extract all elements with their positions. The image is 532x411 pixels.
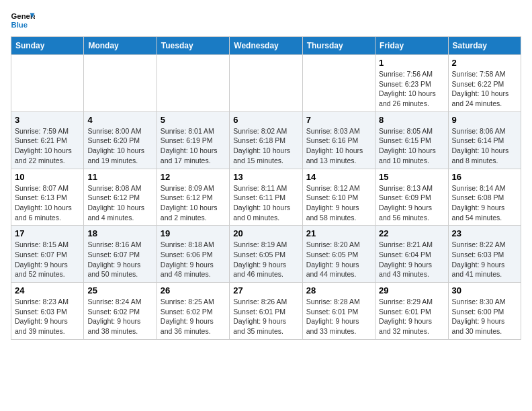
day-number: 15: [379, 172, 444, 182]
weekday-header-row: SundayMondayTuesdayWednesdayThursdayFrid…: [11, 37, 521, 55]
logo: General Blue: [11, 11, 35, 30]
calendar-day-cell: 26Sunrise: 8:25 AM Sunset: 6:02 PM Dayli…: [157, 283, 229, 340]
day-number: 12: [161, 172, 226, 182]
day-number: 28: [306, 285, 371, 295]
calendar-day-cell: 16Sunrise: 8:14 AM Sunset: 6:08 PM Dayli…: [448, 169, 521, 226]
day-info: Sunrise: 8:11 AM Sunset: 6:11 PM Dayligh…: [233, 183, 298, 223]
weekday-header-thursday: Thursday: [302, 37, 375, 55]
day-number: 11: [87, 172, 152, 182]
calendar-day-cell: 15Sunrise: 8:13 AM Sunset: 6:09 PM Dayli…: [375, 169, 448, 226]
calendar-day-cell: 1Sunrise: 7:56 AM Sunset: 6:23 PM Daylig…: [375, 55, 448, 112]
day-info: Sunrise: 7:56 AM Sunset: 6:23 PM Dayligh…: [379, 69, 444, 109]
day-info: Sunrise: 8:01 AM Sunset: 6:19 PM Dayligh…: [161, 126, 226, 166]
calendar-day-cell: 27Sunrise: 8:26 AM Sunset: 6:01 PM Dayli…: [230, 283, 302, 340]
day-number: 3: [15, 115, 80, 125]
calendar-day-cell: 13Sunrise: 8:11 AM Sunset: 6:11 PM Dayli…: [230, 169, 302, 226]
day-info: Sunrise: 8:08 AM Sunset: 6:12 PM Dayligh…: [87, 183, 152, 223]
day-info: Sunrise: 8:24 AM Sunset: 6:02 PM Dayligh…: [87, 297, 152, 336]
calendar-day-cell: 14Sunrise: 8:12 AM Sunset: 6:10 PM Dayli…: [302, 169, 375, 226]
day-info: Sunrise: 8:00 AM Sunset: 6:20 PM Dayligh…: [87, 126, 152, 166]
day-number: 25: [87, 285, 152, 295]
calendar-day-cell: 21Sunrise: 8:20 AM Sunset: 6:05 PM Dayli…: [302, 226, 375, 283]
day-info: Sunrise: 8:15 AM Sunset: 6:07 PM Dayligh…: [15, 240, 80, 279]
weekday-header-wednesday: Wednesday: [230, 37, 302, 55]
day-info: Sunrise: 8:25 AM Sunset: 6:02 PM Dayligh…: [161, 297, 226, 336]
weekday-header-monday: Monday: [84, 37, 157, 55]
day-number: 7: [306, 115, 371, 125]
calendar-day-cell: 22Sunrise: 8:21 AM Sunset: 6:04 PM Dayli…: [375, 226, 448, 283]
day-info: Sunrise: 8:02 AM Sunset: 6:18 PM Dayligh…: [233, 126, 298, 166]
calendar-day-cell: 23Sunrise: 8:22 AM Sunset: 6:03 PM Dayli…: [448, 226, 521, 283]
calendar-day-cell: 7Sunrise: 8:03 AM Sunset: 6:16 PM Daylig…: [302, 111, 375, 169]
day-number: 29: [379, 285, 444, 295]
calendar-day-cell: 4Sunrise: 8:00 AM Sunset: 6:20 PM Daylig…: [84, 111, 157, 169]
day-info: Sunrise: 7:58 AM Sunset: 6:22 PM Dayligh…: [452, 69, 517, 109]
day-info: Sunrise: 8:06 AM Sunset: 6:14 PM Dayligh…: [452, 126, 517, 166]
day-info: Sunrise: 8:18 AM Sunset: 6:06 PM Dayligh…: [161, 240, 226, 279]
calendar-day-cell: 17Sunrise: 8:15 AM Sunset: 6:07 PM Dayli…: [11, 226, 84, 283]
calendar-day-cell: 20Sunrise: 8:19 AM Sunset: 6:05 PM Dayli…: [230, 226, 302, 283]
day-info: Sunrise: 8:07 AM Sunset: 6:13 PM Dayligh…: [15, 183, 80, 223]
day-info: Sunrise: 8:13 AM Sunset: 6:09 PM Dayligh…: [379, 183, 444, 223]
calendar-day-cell: [84, 55, 157, 112]
day-info: Sunrise: 8:09 AM Sunset: 6:12 PM Dayligh…: [161, 183, 226, 223]
day-number: 8: [379, 115, 444, 125]
calendar-table: SundayMondayTuesdayWednesdayThursdayFrid…: [11, 36, 521, 340]
calendar-day-cell: [157, 55, 229, 112]
day-number: 4: [87, 115, 152, 125]
day-number: 2: [452, 58, 517, 68]
svg-text:Blue: Blue: [11, 21, 28, 29]
calendar-day-cell: 12Sunrise: 8:09 AM Sunset: 6:12 PM Dayli…: [157, 169, 229, 226]
calendar-day-cell: [302, 55, 375, 112]
calendar-week-row: 24Sunrise: 8:23 AM Sunset: 6:03 PM Dayli…: [11, 283, 521, 340]
calendar-day-cell: 2Sunrise: 7:58 AM Sunset: 6:22 PM Daylig…: [448, 55, 521, 112]
day-info: Sunrise: 8:12 AM Sunset: 6:10 PM Dayligh…: [306, 183, 371, 223]
day-info: Sunrise: 8:19 AM Sunset: 6:05 PM Dayligh…: [233, 240, 298, 279]
calendar-day-cell: 25Sunrise: 8:24 AM Sunset: 6:02 PM Dayli…: [84, 283, 157, 340]
calendar-week-row: 3Sunrise: 7:59 AM Sunset: 6:21 PM Daylig…: [11, 111, 521, 169]
day-number: 5: [161, 115, 226, 125]
calendar-day-cell: [11, 55, 84, 112]
calendar-day-cell: [230, 55, 302, 112]
day-number: 10: [15, 172, 80, 182]
day-number: 23: [452, 228, 517, 238]
day-info: Sunrise: 8:20 AM Sunset: 6:05 PM Dayligh…: [306, 240, 371, 279]
day-number: 17: [15, 228, 80, 238]
weekday-header-sunday: Sunday: [11, 37, 84, 55]
day-number: 16: [452, 172, 517, 182]
calendar-day-cell: 28Sunrise: 8:28 AM Sunset: 6:01 PM Dayli…: [302, 283, 375, 340]
day-number: 27: [233, 285, 298, 295]
day-number: 30: [452, 285, 517, 295]
day-number: 26: [161, 285, 226, 295]
calendar-day-cell: 8Sunrise: 8:05 AM Sunset: 6:15 PM Daylig…: [375, 111, 448, 169]
day-info: Sunrise: 8:21 AM Sunset: 6:04 PM Dayligh…: [379, 240, 444, 279]
day-number: 24: [15, 285, 80, 295]
day-number: 6: [233, 115, 298, 125]
day-info: Sunrise: 8:14 AM Sunset: 6:08 PM Dayligh…: [452, 183, 517, 223]
day-number: 1: [379, 58, 444, 68]
weekday-header-friday: Friday: [375, 37, 448, 55]
page-header: General Blue: [11, 11, 521, 30]
day-info: Sunrise: 7:59 AM Sunset: 6:21 PM Dayligh…: [15, 126, 80, 166]
day-info: Sunrise: 8:05 AM Sunset: 6:15 PM Dayligh…: [379, 126, 444, 166]
day-info: Sunrise: 8:23 AM Sunset: 6:03 PM Dayligh…: [15, 297, 80, 336]
day-info: Sunrise: 8:29 AM Sunset: 6:01 PM Dayligh…: [379, 297, 444, 336]
calendar-week-row: 10Sunrise: 8:07 AM Sunset: 6:13 PM Dayli…: [11, 169, 521, 226]
calendar-day-cell: 5Sunrise: 8:01 AM Sunset: 6:19 PM Daylig…: [157, 111, 229, 169]
calendar-day-cell: 18Sunrise: 8:16 AM Sunset: 6:07 PM Dayli…: [84, 226, 157, 283]
day-info: Sunrise: 8:26 AM Sunset: 6:01 PM Dayligh…: [233, 297, 298, 336]
calendar-week-row: 17Sunrise: 8:15 AM Sunset: 6:07 PM Dayli…: [11, 226, 521, 283]
day-number: 18: [87, 228, 152, 238]
calendar-day-cell: 10Sunrise: 8:07 AM Sunset: 6:13 PM Dayli…: [11, 169, 84, 226]
weekday-header-tuesday: Tuesday: [157, 37, 229, 55]
calendar-day-cell: 24Sunrise: 8:23 AM Sunset: 6:03 PM Dayli…: [11, 283, 84, 340]
day-number: 14: [306, 172, 371, 182]
calendar-day-cell: 9Sunrise: 8:06 AM Sunset: 6:14 PM Daylig…: [448, 111, 521, 169]
calendar-week-row: 1Sunrise: 7:56 AM Sunset: 6:23 PM Daylig…: [11, 55, 521, 112]
calendar-day-cell: 6Sunrise: 8:02 AM Sunset: 6:18 PM Daylig…: [230, 111, 302, 169]
logo-icon: General Blue: [11, 11, 35, 30]
day-info: Sunrise: 8:22 AM Sunset: 6:03 PM Dayligh…: [452, 240, 517, 279]
day-number: 19: [161, 228, 226, 238]
day-info: Sunrise: 8:03 AM Sunset: 6:16 PM Dayligh…: [306, 126, 371, 166]
calendar-day-cell: 30Sunrise: 8:30 AM Sunset: 6:00 PM Dayli…: [448, 283, 521, 340]
